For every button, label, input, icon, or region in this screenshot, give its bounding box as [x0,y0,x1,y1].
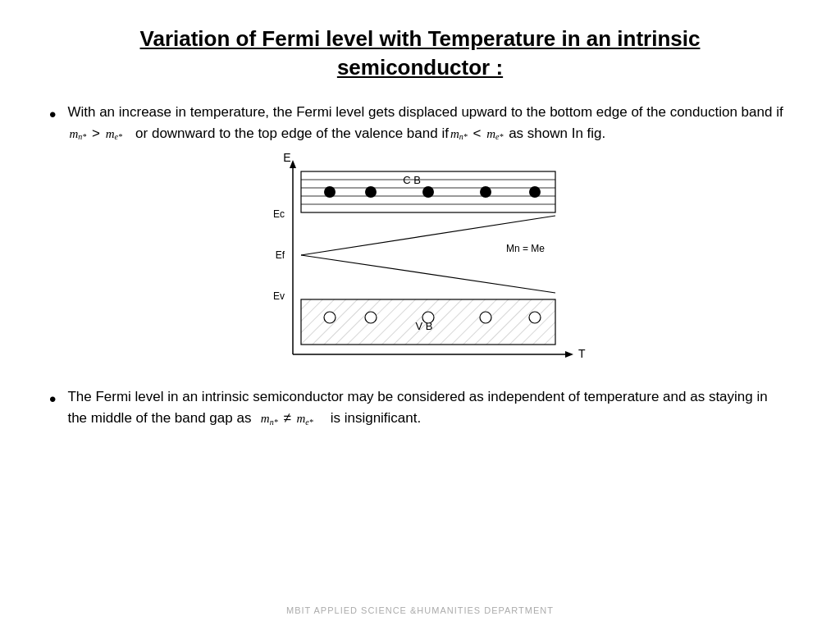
e-axis-label: E [283,153,290,164]
ef-label: Ef [276,249,285,261]
svg-point-21 [365,312,377,323]
svg-point-24 [529,312,541,323]
title-line1: Variation of Fermi level with Temperatur… [140,26,701,51]
bullet-dot-2: • [49,385,56,414]
svg-line-16 [301,255,555,293]
svg-point-20 [324,312,336,323]
slide-title: Variation of Fermi level with Temperatur… [49,25,791,82]
footer-text: MBIT APPLIED SCIENCE &HUMANITIES DEPARTM… [286,605,554,615]
math-mn-star-1: mn* [67,124,88,144]
svg-point-9 [324,186,336,198]
svg-point-13 [529,186,541,198]
math-mn-star-2: mn* [449,124,469,144]
bullet-item-1: • With an increase in temperature, the F… [49,102,791,144]
ec-label: Ec [273,208,285,220]
bullet-dot-1: • [49,100,56,130]
title-line2: semiconductor : [337,55,503,80]
mn-me-label: Mn = Me [506,243,545,254]
diagram-container: E T C B Ec [49,153,791,375]
math-me-star-1: me* [104,124,124,144]
svg-point-22 [422,312,434,323]
math-me-star-3: me* [294,409,314,429]
svg-point-11 [422,186,434,198]
bullet-text-2: The Fermi level in an intrinsic semicond… [67,386,791,428]
svg-point-10 [365,186,377,198]
svg-point-12 [480,186,491,198]
t-axis-label: T [578,347,586,360]
footer: MBIT APPLIED SCIENCE &HUMANITIES DEPARTM… [0,605,840,615]
cb-label: C B [403,174,421,186]
slide: Variation of Fermi level with Temperatur… [0,0,840,630]
band-diagram: E T C B Ec [248,153,592,375]
ev-label: Ev [273,290,285,302]
svg-marker-3 [565,351,573,358]
math-mn-star-3: mn* [259,409,280,429]
svg-point-23 [480,312,491,323]
math-me-star-2: me* [485,124,504,144]
bullet-text-1: With an increase in temperature, the Fer… [67,102,791,144]
bullet-item-2: • The Fermi level in an intrinsic semico… [49,386,791,428]
